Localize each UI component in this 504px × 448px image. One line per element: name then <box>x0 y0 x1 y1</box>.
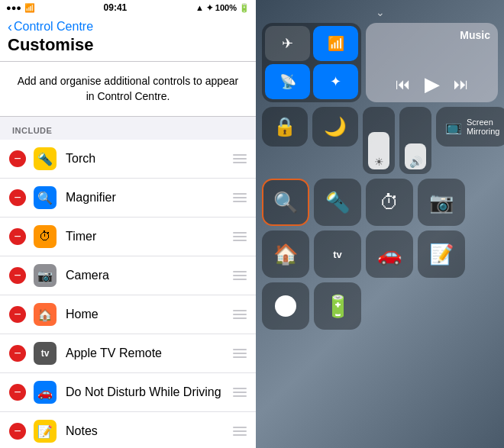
cc-lock-rotation-button[interactable]: 🔒 <box>262 107 308 147</box>
page-title: Customise <box>8 35 248 55</box>
battery-cc-icon: 🔋 <box>325 294 351 319</box>
appletv-cc-icon: tv <box>333 249 342 260</box>
drag-handle[interactable] <box>233 193 247 202</box>
back-row: ‹ Control Centre <box>8 20 248 34</box>
cc-timer-button[interactable]: ⏱ <box>366 179 413 226</box>
drag-handle[interactable] <box>233 271 247 280</box>
list-item: − ⏱ Timer <box>0 218 256 256</box>
cc-sliders: ☀ 🔊 <box>363 107 431 174</box>
cc-home-button[interactable]: 🏠 <box>262 230 309 278</box>
back-label: Control Centre <box>14 20 93 34</box>
remove-camera-button[interactable]: − <box>9 267 26 284</box>
cc-next-button[interactable]: ⏭ <box>454 76 469 93</box>
cc-bluetooth-button[interactable]: ✦ <box>313 64 358 99</box>
magnifier-icon: 🔍 <box>34 186 57 209</box>
remove-magnifier-button[interactable]: − <box>9 189 26 206</box>
screen-mirror-icon: 📺 <box>445 118 462 135</box>
remove-appletv-button[interactable]: − <box>9 345 26 362</box>
control-center: ⌄ ✈ 📶 📡 ✦ Music ⏮ <box>256 0 504 448</box>
remove-dnd-button[interactable]: − <box>9 384 26 401</box>
appletv-icon: tv <box>34 342 57 365</box>
back-chevron-icon: ‹ <box>8 20 12 34</box>
timer-label: Timer <box>66 230 233 243</box>
remove-timer-button[interactable]: − <box>9 228 26 245</box>
back-button[interactable]: ‹ Control Centre <box>8 20 93 34</box>
drag-handle[interactable] <box>233 427 247 436</box>
drag-handle[interactable] <box>233 154 247 163</box>
bluetooth-cc-icon: ✦ <box>330 73 341 90</box>
cc-appletv-button[interactable]: tv <box>314 230 361 278</box>
left-panel: ●●● 📶 09:41 ▲ ✦ 100% 🔋 ‹ Control Centre … <box>0 0 256 448</box>
cc-low-power-button[interactable]: 🔋 <box>314 282 361 330</box>
cc-camera-button[interactable]: 📷 <box>418 179 465 226</box>
timer-cc-icon: ⏱ <box>380 191 399 214</box>
cc-magnifier-button[interactable]: 🔍 <box>262 179 309 226</box>
cc-screen-mirroring-button[interactable]: 📺 Screen Mirroring <box>436 107 504 147</box>
battery-area: ▲ ✦ 100% 🔋 <box>195 3 250 13</box>
signal-icon: ●●● <box>6 3 21 12</box>
home-icon: 🏠 <box>34 303 57 326</box>
torch-icon: 🔦 <box>34 147 57 170</box>
remove-notes-button[interactable]: − <box>9 423 26 440</box>
torch-cc-icon: 🔦 <box>325 191 350 214</box>
remove-home-button[interactable]: − <box>9 306 26 323</box>
cc-torch-button[interactable]: 🔦 <box>314 179 361 226</box>
airplane-icon: ✈ <box>282 35 293 52</box>
battery-label: 100% <box>215 3 237 12</box>
magnifier-cc-icon: 🔍 <box>273 191 298 214</box>
cc-chevron-icon: ⌄ <box>376 6 385 18</box>
list-item: − tv Apple TV Remote <box>0 334 256 373</box>
list-item: − 🏠 Home <box>0 295 256 334</box>
cc-screen-record-button[interactable] <box>262 282 309 330</box>
remove-torch-button[interactable]: − <box>9 150 26 167</box>
section-header: INCLUDE <box>0 117 256 140</box>
dnd-driving-icon: 🚗 <box>34 381 57 404</box>
cellular-icon: 📡 <box>279 73 296 90</box>
cc-volume-slider[interactable]: 🔊 <box>399 107 431 174</box>
time-display: 09:41 <box>104 2 128 13</box>
record-inner-circle <box>275 295 296 317</box>
nav-bar: ‹ Control Centre Customise <box>0 15 256 62</box>
list-item: − 🔍 Magnifier <box>0 179 256 218</box>
wifi-icon: 📶 <box>24 3 35 13</box>
magnifier-label: Magnifier <box>66 191 233 205</box>
timer-icon: ⏱ <box>34 225 57 248</box>
cc-notes-button[interactable]: 📝 <box>418 230 465 278</box>
camera-icon: 📷 <box>34 264 57 287</box>
cc-play-button[interactable]: ▶ <box>425 73 440 96</box>
drag-handle[interactable] <box>233 349 247 358</box>
cc-airplane-button[interactable]: ✈ <box>265 26 310 61</box>
cc-status-bar: ⌄ <box>262 6 498 18</box>
location-icon: ▲ <box>195 3 204 12</box>
signal-area: ●●● 📶 <box>6 3 35 13</box>
notes-cc-icon: 📝 <box>429 243 454 266</box>
description-text: Add and organise additional controls to … <box>0 62 256 117</box>
drag-handle[interactable] <box>233 232 247 241</box>
cc-icon-row-2: 🏠 tv 🚗 📝 <box>262 230 498 278</box>
camera-label: Camera <box>66 269 233 282</box>
wifi-icon: 📶 <box>328 35 344 52</box>
moon-icon: 🌙 <box>324 116 347 137</box>
items-list: − 🔦 Torch − 🔍 Magnifier − ⏱ Timer − 📷 Ca… <box>0 140 256 448</box>
drag-handle[interactable] <box>233 310 247 319</box>
notes-label: Notes <box>66 424 233 438</box>
home-label: Home <box>66 308 233 321</box>
cc-dnd-driving-button[interactable]: 🚗 <box>366 230 413 278</box>
appletv-label: Apple TV Remote <box>66 346 233 360</box>
notes-icon: 📝 <box>34 420 57 443</box>
cc-cellular-button[interactable]: 📡 <box>265 64 310 99</box>
drag-handle[interactable] <box>233 388 247 397</box>
cc-wifi-button[interactable]: 📶 <box>313 26 358 61</box>
cc-top-row: ✈ 📶 📡 ✦ Music ⏮ ▶ ⏭ <box>262 23 498 102</box>
status-bar: ●●● 📶 09:41 ▲ ✦ 100% 🔋 <box>0 0 256 15</box>
cc-prev-button[interactable]: ⏮ <box>396 76 411 93</box>
cc-brightness-slider[interactable]: ☀ <box>363 107 395 174</box>
cc-do-not-disturb-button[interactable]: 🌙 <box>312 107 358 147</box>
lock-rotation-icon: 🔒 <box>273 116 296 137</box>
bluetooth-icon: ✦ <box>206 3 213 13</box>
camera-cc-icon: 📷 <box>429 191 454 214</box>
cc-screen-mirroring-label: Screen Mirroring <box>467 118 499 136</box>
cc-icon-row-1: 🔍 🔦 ⏱ 📷 <box>262 179 498 226</box>
cc-connectivity-grid: ✈ 📶 📡 ✦ <box>262 23 361 102</box>
car-icon: 🚗 <box>377 243 402 266</box>
